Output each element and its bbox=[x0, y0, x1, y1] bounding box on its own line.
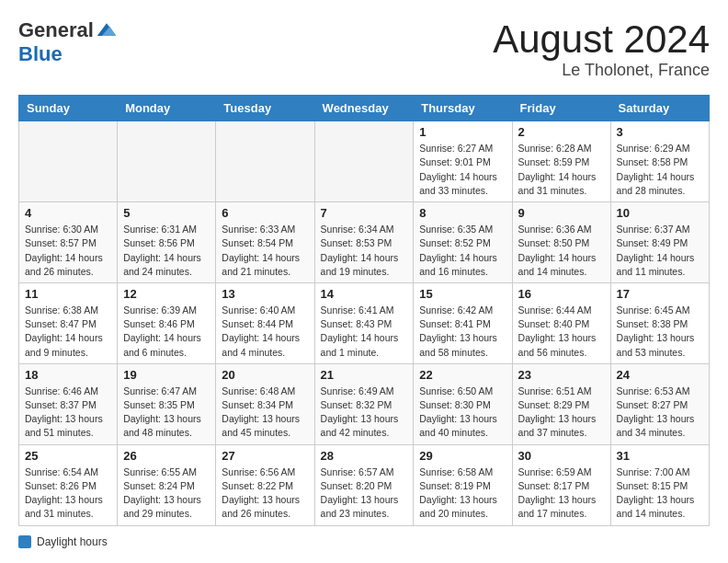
calendar-cell: 29Sunrise: 6:58 AM Sunset: 8:19 PM Dayli… bbox=[414, 444, 512, 525]
day-number: 1 bbox=[419, 125, 506, 139]
day-info: Sunrise: 6:30 AM Sunset: 8:57 PM Dayligh… bbox=[25, 223, 111, 279]
weekday-header-friday: Friday bbox=[512, 96, 610, 121]
calendar-cell: 8Sunrise: 6:35 AM Sunset: 8:52 PM Daylig… bbox=[414, 202, 512, 283]
day-number: 30 bbox=[518, 449, 605, 463]
location-title: Le Tholonet, France bbox=[493, 61, 710, 80]
week-row-2: 4Sunrise: 6:30 AM Sunset: 8:57 PM Daylig… bbox=[19, 202, 710, 283]
weekday-header-sunday: Sunday bbox=[19, 96, 118, 121]
day-number: 16 bbox=[518, 287, 605, 301]
footer-legend: Daylight hours bbox=[18, 535, 710, 548]
day-info: Sunrise: 6:34 AM Sunset: 8:53 PM Dayligh… bbox=[321, 223, 408, 279]
day-info: Sunrise: 6:29 AM Sunset: 8:58 PM Dayligh… bbox=[617, 142, 703, 198]
calendar-cell: 20Sunrise: 6:48 AM Sunset: 8:34 PM Dayli… bbox=[216, 363, 314, 444]
day-number: 29 bbox=[419, 449, 506, 463]
month-title: August 2024 bbox=[493, 18, 710, 61]
day-info: Sunrise: 6:48 AM Sunset: 8:34 PM Dayligh… bbox=[222, 385, 308, 441]
calendar-cell: 7Sunrise: 6:34 AM Sunset: 8:53 PM Daylig… bbox=[314, 202, 414, 283]
day-info: Sunrise: 6:27 AM Sunset: 9:01 PM Dayligh… bbox=[419, 142, 506, 198]
calendar-cell bbox=[314, 121, 414, 202]
day-info: Sunrise: 6:38 AM Sunset: 8:47 PM Dayligh… bbox=[25, 304, 111, 360]
calendar-cell: 26Sunrise: 6:55 AM Sunset: 8:24 PM Dayli… bbox=[118, 444, 216, 525]
day-info: Sunrise: 7:00 AM Sunset: 8:15 PM Dayligh… bbox=[617, 465, 703, 522]
day-number: 26 bbox=[123, 449, 210, 463]
day-info: Sunrise: 6:50 AM Sunset: 8:30 PM Dayligh… bbox=[419, 385, 506, 441]
calendar-cell: 22Sunrise: 6:50 AM Sunset: 8:30 PM Dayli… bbox=[414, 363, 512, 444]
week-row-3: 11Sunrise: 6:38 AM Sunset: 8:47 PM Dayli… bbox=[19, 282, 710, 363]
logo: General Blue bbox=[18, 18, 118, 66]
week-row-1: 1Sunrise: 6:27 AM Sunset: 9:01 PM Daylig… bbox=[19, 121, 710, 202]
title-area: August 2024 Le Tholonet, France bbox=[493, 18, 710, 80]
calendar-cell: 21Sunrise: 6:49 AM Sunset: 8:32 PM Dayli… bbox=[314, 363, 414, 444]
calendar-cell: 31Sunrise: 7:00 AM Sunset: 8:15 PM Dayli… bbox=[610, 444, 709, 525]
day-number: 28 bbox=[321, 449, 408, 463]
day-info: Sunrise: 6:49 AM Sunset: 8:32 PM Dayligh… bbox=[321, 385, 408, 441]
day-info: Sunrise: 6:57 AM Sunset: 8:20 PM Dayligh… bbox=[321, 465, 408, 522]
calendar-cell: 18Sunrise: 6:46 AM Sunset: 8:37 PM Dayli… bbox=[19, 363, 118, 444]
calendar-cell: 12Sunrise: 6:39 AM Sunset: 8:46 PM Dayli… bbox=[118, 282, 216, 363]
weekday-header-thursday: Thursday bbox=[414, 96, 512, 121]
day-number: 9 bbox=[518, 206, 605, 220]
logo-general-text: General bbox=[18, 18, 94, 42]
weekday-header-row: SundayMondayTuesdayWednesdayThursdayFrid… bbox=[19, 96, 710, 121]
calendar-cell: 14Sunrise: 6:41 AM Sunset: 8:43 PM Dayli… bbox=[314, 282, 414, 363]
day-info: Sunrise: 6:35 AM Sunset: 8:52 PM Dayligh… bbox=[419, 223, 506, 279]
day-number: 6 bbox=[222, 206, 308, 220]
day-info: Sunrise: 6:58 AM Sunset: 8:19 PM Dayligh… bbox=[419, 465, 506, 522]
calendar-cell: 17Sunrise: 6:45 AM Sunset: 8:38 PM Dayli… bbox=[610, 282, 709, 363]
calendar-cell: 11Sunrise: 6:38 AM Sunset: 8:47 PM Dayli… bbox=[19, 282, 118, 363]
day-number: 23 bbox=[518, 368, 605, 382]
calendar-cell: 2Sunrise: 6:28 AM Sunset: 8:59 PM Daylig… bbox=[512, 121, 610, 202]
day-info: Sunrise: 6:55 AM Sunset: 8:24 PM Dayligh… bbox=[123, 465, 210, 522]
calendar-cell: 13Sunrise: 6:40 AM Sunset: 8:44 PM Dayli… bbox=[216, 282, 314, 363]
calendar-cell: 1Sunrise: 6:27 AM Sunset: 9:01 PM Daylig… bbox=[414, 121, 512, 202]
week-row-4: 18Sunrise: 6:46 AM Sunset: 8:37 PM Dayli… bbox=[19, 363, 710, 444]
calendar-cell: 10Sunrise: 6:37 AM Sunset: 8:49 PM Dayli… bbox=[610, 202, 709, 283]
day-number: 15 bbox=[419, 287, 506, 301]
day-number: 5 bbox=[123, 206, 210, 220]
calendar-cell: 25Sunrise: 6:54 AM Sunset: 8:26 PM Dayli… bbox=[19, 444, 118, 525]
calendar-cell: 28Sunrise: 6:57 AM Sunset: 8:20 PM Dayli… bbox=[314, 444, 414, 525]
day-info: Sunrise: 6:36 AM Sunset: 8:50 PM Dayligh… bbox=[518, 223, 605, 279]
day-number: 21 bbox=[321, 368, 408, 382]
day-info: Sunrise: 6:51 AM Sunset: 8:29 PM Dayligh… bbox=[518, 385, 605, 441]
day-info: Sunrise: 6:56 AM Sunset: 8:22 PM Dayligh… bbox=[222, 465, 308, 522]
day-info: Sunrise: 6:28 AM Sunset: 8:59 PM Dayligh… bbox=[518, 142, 605, 198]
day-number: 22 bbox=[419, 368, 506, 382]
day-number: 18 bbox=[25, 368, 111, 382]
legend-dot bbox=[18, 535, 31, 548]
calendar-cell: 4Sunrise: 6:30 AM Sunset: 8:57 PM Daylig… bbox=[19, 202, 118, 283]
day-number: 11 bbox=[25, 287, 111, 301]
weekday-header-wednesday: Wednesday bbox=[314, 96, 414, 121]
day-number: 13 bbox=[222, 287, 308, 301]
weekday-header-saturday: Saturday bbox=[610, 96, 709, 121]
day-info: Sunrise: 6:42 AM Sunset: 8:41 PM Dayligh… bbox=[419, 304, 506, 360]
week-row-5: 25Sunrise: 6:54 AM Sunset: 8:26 PM Dayli… bbox=[19, 444, 710, 525]
day-number: 24 bbox=[617, 368, 703, 382]
day-number: 31 bbox=[617, 449, 703, 463]
day-number: 19 bbox=[123, 368, 210, 382]
legend-label: Daylight hours bbox=[37, 535, 108, 548]
day-info: Sunrise: 6:46 AM Sunset: 8:37 PM Dayligh… bbox=[25, 385, 111, 441]
calendar-cell: 9Sunrise: 6:36 AM Sunset: 8:50 PM Daylig… bbox=[512, 202, 610, 283]
calendar-cell: 27Sunrise: 6:56 AM Sunset: 8:22 PM Dayli… bbox=[216, 444, 314, 525]
calendar-cell: 3Sunrise: 6:29 AM Sunset: 8:58 PM Daylig… bbox=[610, 121, 709, 202]
calendar-cell: 24Sunrise: 6:53 AM Sunset: 8:27 PM Dayli… bbox=[610, 363, 709, 444]
day-info: Sunrise: 6:44 AM Sunset: 8:40 PM Dayligh… bbox=[518, 304, 605, 360]
day-number: 17 bbox=[617, 287, 703, 301]
calendar-cell bbox=[19, 121, 118, 202]
day-info: Sunrise: 6:53 AM Sunset: 8:27 PM Dayligh… bbox=[617, 385, 703, 441]
day-number: 4 bbox=[25, 206, 111, 220]
weekday-header-monday: Monday bbox=[118, 96, 216, 121]
logo-icon bbox=[96, 21, 118, 40]
day-number: 7 bbox=[321, 206, 408, 220]
calendar-cell: 6Sunrise: 6:33 AM Sunset: 8:54 PM Daylig… bbox=[216, 202, 314, 283]
calendar-cell: 5Sunrise: 6:31 AM Sunset: 8:56 PM Daylig… bbox=[118, 202, 216, 283]
logo-blue-text: Blue bbox=[18, 42, 63, 66]
day-number: 3 bbox=[617, 125, 703, 139]
day-number: 25 bbox=[25, 449, 111, 463]
calendar-cell: 15Sunrise: 6:42 AM Sunset: 8:41 PM Dayli… bbox=[414, 282, 512, 363]
calendar-table: SundayMondayTuesdayWednesdayThursdayFrid… bbox=[18, 95, 710, 525]
day-info: Sunrise: 6:40 AM Sunset: 8:44 PM Dayligh… bbox=[222, 304, 308, 360]
calendar-cell bbox=[118, 121, 216, 202]
day-info: Sunrise: 6:41 AM Sunset: 8:43 PM Dayligh… bbox=[321, 304, 408, 360]
